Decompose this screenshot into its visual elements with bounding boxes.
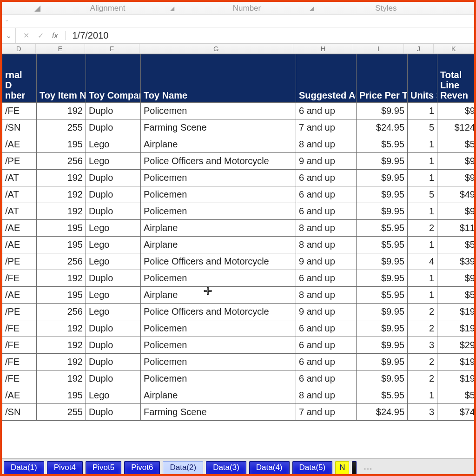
cell-toy-name[interactable]: Airplane	[141, 237, 296, 253]
sheet-tab[interactable]: Data(2)	[163, 461, 203, 474]
cell-price[interactable]: $9.95	[357, 270, 408, 287]
cell-toy-item[interactable]: 195	[37, 387, 86, 404]
cell-toy-company[interactable]: Duplo	[86, 370, 141, 387]
column-header-H[interactable]: H	[293, 44, 353, 53]
cell-units[interactable]: 1	[408, 387, 437, 404]
cell-total[interactable]: $5	[437, 237, 475, 253]
cell-toy-name[interactable]: Airplane	[141, 136, 296, 153]
cell-suggested-age[interactable]: 6 and up	[296, 270, 357, 287]
cell-total[interactable]: $9	[437, 103, 475, 119]
cell-total[interactable]: $5	[437, 387, 475, 404]
header-price-per-toy[interactable]: Price Per Toy	[357, 54, 408, 103]
cell-price[interactable]: $9.95	[357, 354, 408, 370]
cell-suggested-age[interactable]: 6 and up	[296, 320, 357, 337]
header-toy-company[interactable]: Toy Company	[86, 54, 141, 103]
cell-units[interactable]: 4	[408, 253, 437, 270]
cell-units[interactable]: 1	[408, 103, 437, 119]
column-header-I[interactable]: I	[353, 44, 404, 53]
cell-toy-item[interactable]: 255	[37, 404, 86, 421]
cell-total[interactable]: $19	[437, 320, 475, 337]
cell-suggested-age[interactable]: 6 and up	[296, 186, 357, 203]
cell-suggested-age[interactable]: 6 and up	[296, 370, 357, 387]
cell-internal-id[interactable]: /AE	[2, 287, 37, 304]
cell-units[interactable]: 5	[408, 186, 437, 203]
cell-internal-id[interactable]: /FE	[2, 320, 37, 337]
cell-total[interactable]: $9	[437, 170, 475, 186]
cell-internal-id[interactable]: /AT	[2, 170, 37, 186]
cell-suggested-age[interactable]: 6 and up	[296, 170, 357, 186]
cell-units[interactable]: 1	[408, 287, 437, 304]
cell-total[interactable]: $49	[437, 186, 475, 203]
cell-toy-company[interactable]: Duplo	[86, 103, 141, 119]
column-header-K[interactable]: K	[434, 44, 474, 53]
cell-toy-item[interactable]: 192	[37, 103, 86, 119]
header-toy-item[interactable]: Toy Item Number	[37, 54, 86, 103]
column-header-G[interactable]: G	[139, 44, 293, 53]
cell-toy-item[interactable]: 192	[37, 203, 86, 220]
cell-total[interactable]: $9	[437, 270, 475, 287]
cell-total[interactable]: $9	[437, 203, 475, 220]
cell-total[interactable]: $5	[437, 287, 475, 304]
cell-toy-name[interactable]: Policemen	[141, 203, 296, 220]
cell-toy-name[interactable]: Policemen	[141, 170, 296, 186]
cell-units[interactable]: 1	[408, 237, 437, 253]
cell-price[interactable]: $9.95	[357, 186, 408, 203]
sheet-tab-hidden[interactable]	[352, 461, 357, 474]
cell-toy-name[interactable]: Police Officers and Motorcycle	[141, 253, 296, 270]
cell-units[interactable]: 3	[408, 404, 437, 421]
cell-price[interactable]: $9.95	[357, 320, 408, 337]
cell-suggested-age[interactable]: 8 and up	[296, 136, 357, 153]
cell-suggested-age[interactable]: 7 and up	[296, 119, 357, 136]
cell-toy-company[interactable]: Duplo	[86, 404, 141, 421]
cell-toy-item[interactable]: 195	[37, 237, 86, 253]
cell-toy-name[interactable]: Farming Scene	[141, 119, 296, 136]
cell-units[interactable]: 1	[408, 203, 437, 220]
sheet-tab[interactable]: Data(4)	[249, 461, 290, 474]
cell-toy-company[interactable]: Duplo	[86, 354, 141, 370]
cell-toy-company[interactable]: Duplo	[86, 170, 141, 186]
cell-suggested-age[interactable]: 6 and up	[296, 337, 357, 354]
cell-internal-id[interactable]: /PE	[2, 253, 37, 270]
cell-internal-id[interactable]: /AT	[2, 203, 37, 220]
cell-units[interactable]: 1	[408, 136, 437, 153]
cell-units[interactable]: 2	[408, 220, 437, 237]
cell-toy-item[interactable]: 192	[37, 320, 86, 337]
cell-toy-name[interactable]: Police Officers and Motorcycle	[141, 153, 296, 170]
sheet-tab[interactable]: Pivot5	[86, 461, 121, 474]
cell-price[interactable]: $9.95	[357, 170, 408, 186]
dialog-launcher-icon[interactable]: ◢	[310, 5, 314, 12]
cancel-icon[interactable]: ✕	[23, 31, 29, 40]
cell-price[interactable]: $9.95	[357, 370, 408, 387]
cell-toy-company[interactable]: Lego	[86, 387, 141, 404]
cell-toy-name[interactable]: Policemen	[141, 354, 296, 370]
cell-units[interactable]: 2	[408, 370, 437, 387]
column-header-F[interactable]: F	[85, 44, 139, 53]
more-tabs-icon[interactable]: …	[359, 461, 376, 472]
cell-toy-company[interactable]: Lego	[86, 220, 141, 237]
cell-price[interactable]: $5.95	[357, 136, 408, 153]
formula-input[interactable]: 1/7/2010	[66, 30, 474, 41]
cell-toy-name[interactable]: Airplane	[141, 287, 296, 304]
cell-toy-item[interactable]: 192	[37, 354, 86, 370]
cell-price[interactable]: $9.95	[357, 337, 408, 354]
cell-suggested-age[interactable]: 6 and up	[296, 354, 357, 370]
cell-internal-id[interactable]: /AE	[2, 237, 37, 253]
cell-internal-id[interactable]: /AE	[2, 387, 37, 404]
cell-price[interactable]: $5.95	[357, 287, 408, 304]
cell-toy-name[interactable]: Police Officers and Motorcycle	[141, 304, 296, 320]
cell-toy-company[interactable]: Lego	[86, 237, 141, 253]
cell-toy-company[interactable]: Duplo	[86, 119, 141, 136]
cell-toy-company[interactable]: Lego	[86, 136, 141, 153]
cell-toy-company[interactable]: Duplo	[86, 203, 141, 220]
cell-toy-item[interactable]: 192	[37, 337, 86, 354]
cell-units[interactable]: 1	[408, 153, 437, 170]
cell-total[interactable]: $29	[437, 337, 475, 354]
cell-suggested-age[interactable]: 9 and up	[296, 253, 357, 270]
cell-toy-item[interactable]: 195	[37, 287, 86, 304]
dialog-launcher-icon[interactable]: ◢	[34, 3, 38, 13]
cell-toy-name[interactable]: Policemen	[141, 370, 296, 387]
cell-price[interactable]: $24.95	[357, 119, 408, 136]
cell-internal-id[interactable]: /FE	[2, 370, 37, 387]
cell-internal-id[interactable]: /PE	[2, 153, 37, 170]
sheet-tab[interactable]: Data(3)	[206, 461, 246, 474]
